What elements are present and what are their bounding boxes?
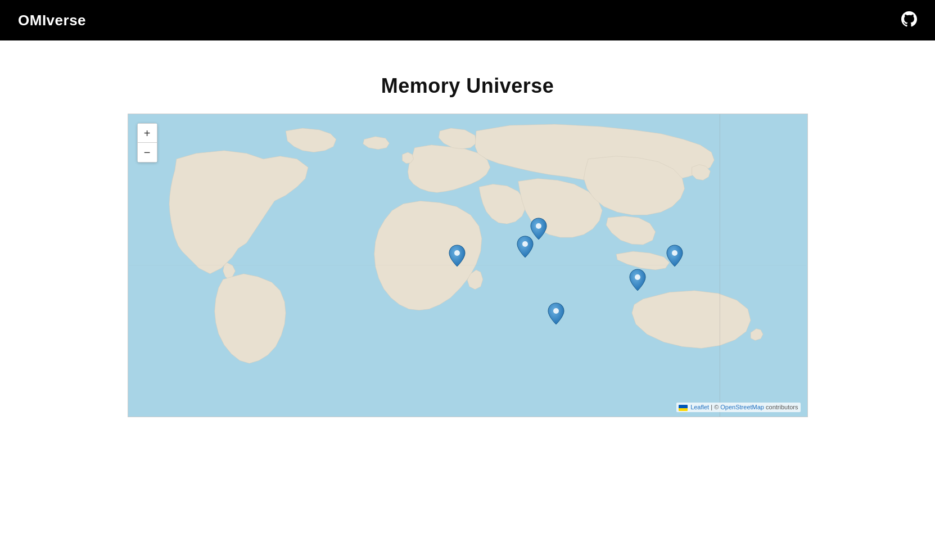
map-marker-3[interactable] xyxy=(530,217,548,241)
map-marker-1[interactable] xyxy=(448,244,466,268)
github-icon xyxy=(901,11,917,27)
zoom-in-button[interactable]: + xyxy=(138,124,157,143)
attribution-flag xyxy=(679,405,688,411)
svg-point-3 xyxy=(454,250,460,256)
main-content: Memory Universe xyxy=(0,40,935,417)
leaflet-link[interactable]: Leaflet xyxy=(690,404,709,410)
github-link[interactable] xyxy=(901,11,917,29)
svg-point-4 xyxy=(522,241,528,247)
map-zoom-controls: + − xyxy=(137,123,157,162)
page-title: Memory Universe xyxy=(381,74,554,98)
map-background xyxy=(128,114,807,417)
attribution-separator: | © xyxy=(711,404,720,410)
map-marker-4[interactable] xyxy=(666,244,684,268)
osm-link[interactable]: OpenStreetMap xyxy=(720,404,764,410)
map-container[interactable]: + − xyxy=(128,114,808,417)
svg-point-8 xyxy=(553,308,559,314)
zoom-out-button[interactable]: − xyxy=(138,143,157,162)
attribution-contributors: contributors xyxy=(766,404,798,410)
svg-point-7 xyxy=(635,274,640,280)
header: OMIverse xyxy=(0,0,935,40)
map-marker-5[interactable] xyxy=(629,268,647,292)
map-marker-6[interactable] xyxy=(547,302,565,326)
svg-point-6 xyxy=(672,250,677,256)
app-title: OMIverse xyxy=(18,12,86,29)
map-attribution: Leaflet | © OpenStreetMap contributors xyxy=(676,403,800,412)
svg-point-5 xyxy=(536,223,541,229)
